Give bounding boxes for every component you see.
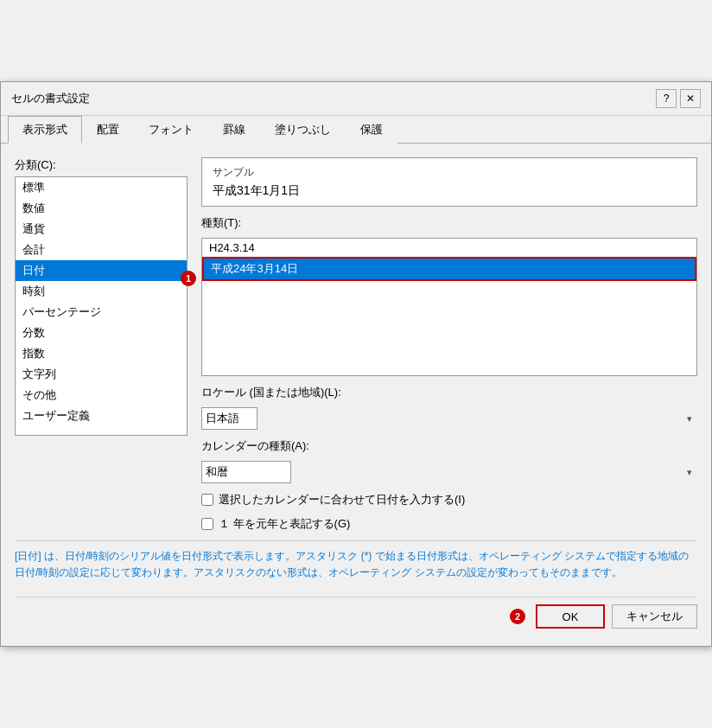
category-item-text[interactable]: 文字列 xyxy=(16,364,187,385)
calendar-select-wrapper: 和暦 グレゴリオ暦 xyxy=(201,461,697,483)
locale-select[interactable]: 日本語 英語 xyxy=(201,407,257,430)
locale-label: ロケール (国または地域)(L): xyxy=(201,385,697,400)
checkbox-row-1: 選択したカレンダーに合わせて日付を入力する(I) xyxy=(201,492,697,508)
title-bar: セルの書式設定 ? ✕ xyxy=(1,82,711,116)
category-item-percentage[interactable]: パーセンテージ xyxy=(16,302,187,322)
category-item-date[interactable]: 日付 xyxy=(16,260,187,281)
main-section: 分類(C): 標準 数値 通貨 会計 日付 時刻 パーセンテージ 分数 指数 文… xyxy=(15,157,697,532)
left-panel: 分類(C): 標準 数値 通貨 会計 日付 時刻 パーセンテージ 分数 指数 文… xyxy=(15,157,188,532)
category-item-fraction[interactable]: 分数 xyxy=(16,322,187,343)
tab-bar: 表示形式 配置 フォント 罫線 塗りつぶし 保護 xyxy=(1,116,711,144)
tab-display-format[interactable]: 表示形式 xyxy=(8,116,82,144)
type-item-h24[interactable]: H24.3.14 xyxy=(202,239,696,257)
calendar-section: カレンダーの種類(A): 和暦 グレゴリオ暦 xyxy=(201,438,697,483)
cancel-button[interactable]: キャンセル xyxy=(612,604,697,629)
category-item-number[interactable]: 数値 xyxy=(16,198,187,219)
close-button[interactable]: ✕ xyxy=(680,89,701,108)
checkbox-row-2: １ 年を元年と表記する(G) xyxy=(201,516,697,532)
step1-badge: 1 xyxy=(181,271,196,286)
checkbox-gannen[interactable] xyxy=(201,518,213,530)
right-panel: サンプル 平成31年1月1日 種類(T): 1 H24.3.14 平成24年3月… xyxy=(201,157,697,532)
tab-font[interactable]: フォント xyxy=(134,116,208,144)
type-list-wrapper: 1 H24.3.14 平成24年3月14日 xyxy=(201,238,697,376)
tab-border[interactable]: 罫線 xyxy=(208,116,260,144)
category-item-scientific[interactable]: 指数 xyxy=(16,343,187,364)
ok-button[interactable]: OK xyxy=(536,604,605,629)
sample-box: サンプル 平成31年1月1日 xyxy=(201,157,697,207)
tab-alignment[interactable]: 配置 xyxy=(82,116,134,144)
checkbox-date-label: 選択したカレンダーに合わせて日付を入力する(I) xyxy=(219,492,465,508)
locale-section: ロケール (国または地域)(L): 日本語 英語 xyxy=(201,385,697,430)
tab-protect[interactable]: 保護 xyxy=(346,116,397,144)
help-button[interactable]: ? xyxy=(656,89,677,108)
category-item-currency[interactable]: 通貨 xyxy=(16,219,187,239)
checkbox-date-input[interactable] xyxy=(201,494,213,506)
category-item-other[interactable]: その他 xyxy=(16,385,187,406)
locale-select-wrapper: 日本語 英語 xyxy=(201,407,697,430)
category-label: 分類(C): xyxy=(15,157,188,173)
calendar-select[interactable]: 和暦 グレゴリオ暦 xyxy=(201,461,291,483)
button-row: 2 OK キャンセル xyxy=(15,597,697,632)
format-cells-dialog: セルの書式設定 ? ✕ 表示形式 配置 フォント 罫線 塗りつぶし 保護 分類(… xyxy=(0,81,712,647)
tab-fill[interactable]: 塗りつぶし xyxy=(260,116,346,144)
sample-label: サンプル xyxy=(213,165,686,180)
category-item-standard[interactable]: 標準 xyxy=(16,177,187,198)
category-list[interactable]: 標準 数値 通貨 会計 日付 時刻 パーセンテージ 分数 指数 文字列 その他 … xyxy=(15,176,188,436)
sample-value: 平成31年1月1日 xyxy=(213,183,686,199)
description-box: [日付] は、日付/時刻のシリアル値を日付形式で表示します。アスタリスク (*)… xyxy=(15,540,697,588)
checkbox-gannen-label: １ 年を元年と表記する(G) xyxy=(219,516,350,532)
calendar-label: カレンダーの種類(A): xyxy=(201,438,697,454)
step2-badge: 2 xyxy=(510,609,525,624)
category-item-custom[interactable]: ユーザー定義 xyxy=(16,406,187,426)
dialog-title: セルの書式設定 xyxy=(11,91,90,106)
title-controls: ? ✕ xyxy=(656,89,701,108)
dialog-body: 分類(C): 標準 数値 通貨 会計 日付 時刻 パーセンテージ 分数 指数 文… xyxy=(1,144,711,646)
type-item-heisai[interactable]: 平成24年3月14日 xyxy=(202,257,696,281)
category-item-time[interactable]: 時刻 xyxy=(16,281,187,302)
type-section: 種類(T): 1 H24.3.14 平成24年3月14日 xyxy=(201,215,697,376)
type-label: 種類(T): xyxy=(201,215,697,231)
type-list[interactable]: H24.3.14 平成24年3月14日 xyxy=(201,238,697,376)
category-item-accounting[interactable]: 会計 xyxy=(16,239,187,260)
